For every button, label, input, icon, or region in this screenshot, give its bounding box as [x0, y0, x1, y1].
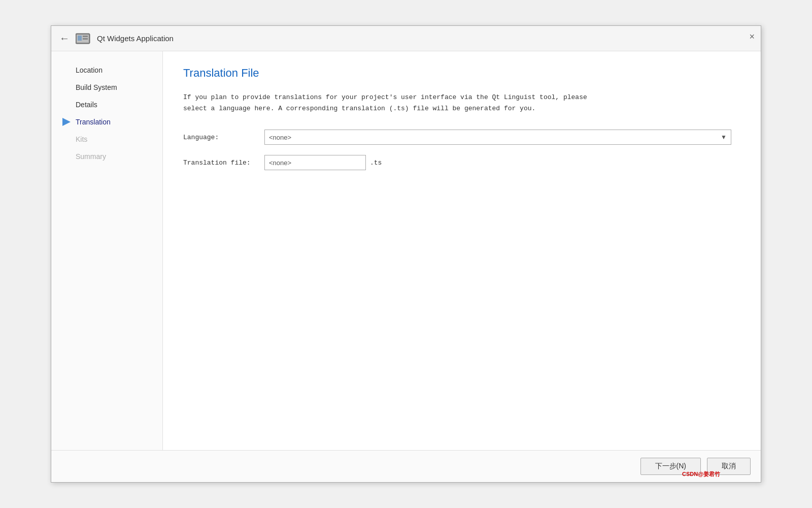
svg-marker-8: [62, 118, 71, 126]
dialog: ← Qt Widgets Application × Location Buil…: [51, 25, 761, 483]
title-bar: ← Qt Widgets Application ×: [51, 26, 761, 51]
sidebar: Location Build System Details Translatio…: [51, 51, 163, 450]
language-row: Language: <none> ▼: [183, 130, 740, 145]
sidebar-item-build-system[interactable]: Build System: [51, 79, 162, 96]
sidebar-item-location[interactable]: Location: [51, 61, 162, 79]
watermark: CSDN@姜君竹: [682, 470, 720, 478]
translation-file-label: Translation file:: [183, 159, 264, 167]
translation-file-row: Translation file: <none> .ts: [183, 155, 740, 170]
close-button[interactable]: ×: [749, 32, 755, 41]
language-value: <none>: [269, 134, 291, 141]
app-icon: [76, 31, 92, 46]
sidebar-item-summary: Summary: [51, 148, 162, 165]
translation-file-value: <none>: [269, 159, 291, 167]
ts-suffix: .ts: [370, 159, 382, 167]
sidebar-item-kits: Kits: [51, 131, 162, 148]
dialog-title: Qt Widgets Application: [97, 34, 174, 43]
svg-rect-2: [78, 36, 82, 41]
sidebar-item-details[interactable]: Details: [51, 96, 162, 113]
page-title: Translation File: [183, 67, 740, 80]
back-button[interactable]: ←: [59, 33, 70, 44]
language-select[interactable]: <none> ▼: [264, 130, 731, 145]
dropdown-arrow-icon: ▼: [721, 134, 727, 141]
translation-file-input[interactable]: <none>: [264, 155, 366, 170]
arrow-icon-translation: [61, 117, 72, 126]
description: If you plan to provide translations for …: [183, 92, 740, 114]
svg-rect-3: [83, 36, 88, 37]
language-label: Language:: [183, 134, 264, 141]
sidebar-item-translation[interactable]: Translation: [51, 113, 162, 131]
svg-rect-4: [83, 38, 88, 40]
footer: 下一步(N) 取消: [51, 450, 761, 482]
content-area: Location Build System Details Translatio…: [51, 51, 761, 450]
main-content: Translation File If you plan to provide …: [163, 51, 761, 450]
